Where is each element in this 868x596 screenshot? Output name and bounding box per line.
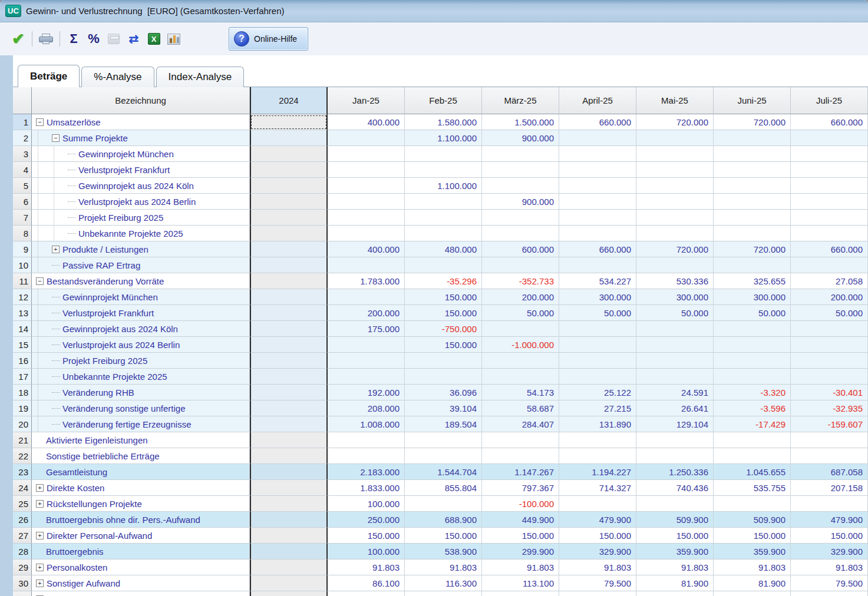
row-label-cell[interactable]: +Wertbericht. auf Forderungen	[32, 591, 250, 596]
cell-month[interactable]: 1.783.000	[328, 273, 405, 289]
cell-month[interactable]: 1.544.704	[405, 464, 482, 480]
row-label-cell[interactable]: Gewinnprojekt aus 2024 Köln	[32, 178, 250, 194]
row-label-cell[interactable]: Gewinnprojekt München	[32, 146, 250, 162]
cell-month[interactable]: 150.000	[791, 528, 868, 544]
cell-month[interactable]: 200.000	[791, 289, 868, 305]
cell-month[interactable]: 538.900	[405, 544, 482, 559]
cell-month[interactable]	[559, 337, 636, 353]
cell-month[interactable]	[636, 591, 714, 596]
cell-month[interactable]	[714, 257, 791, 273]
cell-month[interactable]: 91.803	[636, 559, 714, 575]
cell-month[interactable]: 1.100.000	[405, 178, 482, 194]
cell-month[interactable]: 660.000	[791, 114, 868, 130]
cell-month[interactable]: 150.000	[482, 528, 559, 544]
cell-month[interactable]: 797.367	[482, 480, 559, 496]
cell-month[interactable]: 900.000	[482, 130, 559, 146]
cell-month[interactable]	[559, 162, 636, 178]
cell-month[interactable]: 1.194.227	[559, 464, 636, 480]
cell-month[interactable]	[482, 321, 559, 337]
cell-2024[interactable]	[250, 464, 328, 480]
cell-month[interactable]: 192.000	[328, 385, 405, 400]
cell-month[interactable]: 479.900	[559, 512, 636, 528]
row-label-cell[interactable]: Bruttoergebnis	[32, 544, 250, 559]
cell-month[interactable]: 300.000	[636, 289, 714, 305]
row-label-cell[interactable]: +Produkte / Leistungen	[32, 241, 250, 257]
cell-month[interactable]	[636, 194, 714, 210]
row-label-cell[interactable]: +Direkte Kosten	[32, 480, 250, 496]
row-number[interactable]: 20	[13, 416, 32, 432]
cell-2024[interactable]	[250, 130, 328, 146]
cell-2024[interactable]	[250, 544, 328, 559]
cell-month[interactable]: 660.000	[559, 241, 636, 257]
cell-month[interactable]	[405, 162, 482, 178]
cell-2024[interactable]	[250, 241, 328, 257]
row-number[interactable]: 15	[13, 337, 32, 353]
cell-month[interactable]: 688.900	[405, 512, 482, 528]
online-help-button[interactable]: ? Online-Hilfe	[229, 27, 308, 51]
cell-month[interactable]	[405, 210, 482, 226]
row-label-cell[interactable]: Verlustprojekt Frankfurt	[32, 162, 250, 178]
cell-month[interactable]	[714, 448, 791, 464]
cell-month[interactable]: 91.803	[791, 559, 868, 575]
tree-toggle-minus-icon[interactable]: −	[36, 118, 44, 126]
cell-month[interactable]: 91.803	[328, 559, 405, 575]
cell-2024[interactable]	[250, 448, 328, 464]
row-number[interactable]: 12	[13, 289, 32, 305]
cell-month[interactable]: -3.596	[714, 400, 791, 416]
row-number[interactable]: 9	[13, 241, 32, 257]
cell-2024[interactable]	[250, 385, 328, 400]
cell-month[interactable]: 720.000	[636, 241, 714, 257]
cell-2024[interactable]	[250, 559, 328, 575]
cell-2024[interactable]	[250, 257, 328, 273]
row-number[interactable]: 24	[13, 480, 32, 496]
cell-month[interactable]	[714, 226, 791, 241]
cell-month[interactable]	[636, 337, 714, 353]
row-label-cell[interactable]: Veränderung sonstige unfertige	[32, 400, 250, 416]
cell-month[interactable]	[405, 369, 482, 385]
row-number[interactable]: 31	[13, 591, 32, 596]
cell-month[interactable]	[714, 194, 791, 210]
cell-month[interactable]: 534.227	[559, 273, 636, 289]
row-number[interactable]: 6	[13, 194, 32, 210]
cell-month[interactable]: 91.803	[482, 559, 559, 575]
cell-month[interactable]: 81.900	[714, 575, 791, 591]
tree-toggle-minus-icon[interactable]: −	[52, 134, 60, 142]
cell-month[interactable]	[559, 226, 636, 241]
row-number[interactable]: 5	[13, 178, 32, 194]
cell-month[interactable]: 660.000	[791, 241, 868, 257]
cell-month[interactable]: 81.900	[636, 575, 714, 591]
row-label-cell[interactable]: +Personalkosten	[32, 559, 250, 575]
cell-month[interactable]	[636, 432, 714, 448]
cell-month[interactable]: 600.000	[482, 241, 559, 257]
row-number[interactable]: 1	[13, 114, 32, 130]
cell-month[interactable]: 300.000	[559, 289, 636, 305]
row-label-cell[interactable]: Unbekannte Projekte 2025	[32, 369, 250, 385]
row-number[interactable]: 3	[13, 146, 32, 162]
row-number[interactable]: 19	[13, 400, 32, 416]
cell-month[interactable]: 50.000	[791, 305, 868, 321]
apply-check-icon[interactable]: ✔	[8, 29, 28, 49]
cell-month[interactable]	[559, 130, 636, 146]
sum-sigma-icon[interactable]: Σ	[64, 29, 84, 49]
cell-month[interactable]	[482, 257, 559, 273]
cell-2024[interactable]	[250, 369, 328, 385]
cell-month[interactable]	[791, 448, 868, 464]
cell-2024[interactable]	[250, 273, 328, 289]
tree-toggle-minus-icon[interactable]: −	[36, 277, 44, 285]
selected-cell[interactable]	[250, 114, 328, 130]
cell-month[interactable]	[482, 146, 559, 162]
cell-month[interactable]: 250.000	[328, 512, 405, 528]
cell-month[interactable]: 855.804	[405, 480, 482, 496]
cell-month[interactable]: 359.900	[636, 544, 714, 559]
cell-month[interactable]	[714, 146, 791, 162]
cell-month[interactable]	[791, 337, 868, 353]
cell-month[interactable]: 208.000	[328, 400, 405, 416]
cell-month[interactable]	[405, 496, 482, 512]
cell-month[interactable]	[559, 432, 636, 448]
row-number[interactable]: 18	[13, 385, 32, 400]
cell-month[interactable]	[636, 146, 714, 162]
cell-month[interactable]: 400.000	[328, 241, 405, 257]
cell-month[interactable]	[791, 369, 868, 385]
cell-month[interactable]: 116.300	[405, 575, 482, 591]
cell-month[interactable]	[482, 226, 559, 241]
